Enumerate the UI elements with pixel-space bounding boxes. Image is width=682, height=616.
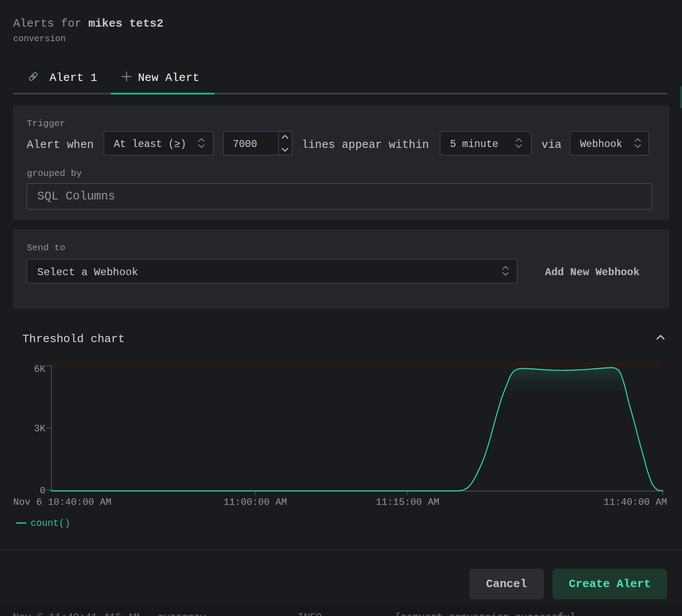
svg-text:3K: 3K [34, 424, 46, 434]
svg-text:11:40:00 AM: 11:40:00 AM [604, 497, 667, 508]
svg-text:11:15:00 AM: 11:15:00 AM [376, 497, 439, 508]
svg-text:Nov 6 10:40:00 AM: Nov 6 10:40:00 AM [13, 497, 111, 508]
svg-text:0: 0 [40, 486, 46, 497]
svg-text:11:00:00 AM: 11:00:00 AM [223, 497, 287, 508]
svg-text:6K: 6K [34, 364, 46, 375]
